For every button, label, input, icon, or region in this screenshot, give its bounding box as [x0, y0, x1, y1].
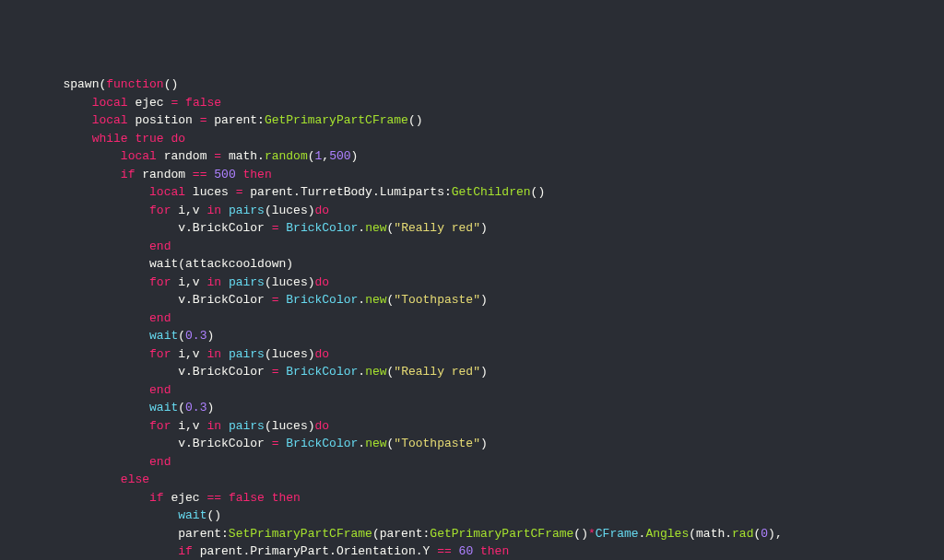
token-var: Orientation [336, 544, 416, 558]
token-method: random [265, 149, 308, 163]
token-punc: ( [265, 204, 272, 217]
token-var: v [178, 365, 185, 379]
token-kw-red: if [178, 544, 193, 558]
code-line[interactable]: if parent.PrimaryPart.Orientation.Y == 6… [0, 542, 944, 560]
code-line[interactable]: spawn(function() [0, 76, 944, 94]
token-kw-red: if [121, 168, 136, 181]
token-kw-red: end [149, 311, 171, 325]
token-method: SetPrimaryPartCFrame [229, 527, 372, 541]
token-bool: true [135, 132, 163, 146]
code-line[interactable]: while true do [0, 130, 944, 148]
code-line[interactable]: end [0, 238, 944, 256]
token-punc: ( [265, 275, 272, 289]
token-kw-red: do [171, 132, 185, 146]
token-punc [221, 204, 229, 217]
token-fn: wait [149, 329, 178, 343]
token-op: = [272, 365, 279, 379]
token-fn: wait [149, 401, 178, 414]
token-kw-red: do [315, 204, 330, 217]
token-kw-red: then [243, 168, 272, 181]
token-kw-red: end [149, 455, 171, 469]
token-var: parent [193, 544, 243, 558]
code-line[interactable]: local luces = parent.TurretBody.Lumipart… [0, 183, 944, 202]
token-punc: () [164, 77, 179, 91]
token-type: BrickColor [286, 293, 358, 307]
token-fn: pairs [229, 275, 265, 289]
token-num: 500 [214, 168, 235, 181]
token-var: luces [272, 347, 308, 361]
code-line[interactable]: wait(0.3) [0, 399, 944, 417]
token-type: CFrame [596, 527, 639, 541]
token-punc: ( [178, 401, 185, 414]
code-line[interactable]: wait() [0, 507, 944, 525]
token-punc: : [444, 185, 452, 199]
token-var: Y [423, 544, 438, 558]
code-editor[interactable]: spawn(function() local ejec = false loca… [0, 76, 944, 560]
token-kw-red: end [149, 239, 171, 253]
token-var: ejec [128, 96, 171, 110]
token-var: v [193, 275, 207, 289]
token-kw-red: for [149, 275, 171, 289]
code-line[interactable]: end [0, 453, 944, 472]
token-punc: ) [480, 293, 488, 307]
token-punc: ( [372, 527, 380, 541]
token-var: luces [185, 185, 236, 199]
token-punc [221, 275, 229, 289]
code-line[interactable]: parent:SetPrimaryPartCFrame(parent:GetPr… [0, 525, 944, 543]
token-punc: ( [265, 419, 272, 433]
code-line[interactable]: wait(0.3) [0, 327, 944, 345]
token-punc: . [185, 221, 193, 235]
token-punc: ) [480, 437, 488, 450]
token-var: v [193, 347, 207, 361]
token-kw-red: function [106, 77, 163, 91]
token-var: v [178, 293, 185, 307]
code-line[interactable]: v.BrickColor = BrickColor.new("Toothpast… [0, 291, 944, 309]
token-op: == [437, 544, 452, 558]
token-punc: () [408, 113, 423, 127]
token-method: new [365, 221, 386, 235]
code-line[interactable]: local random = math.random(1,500) [0, 147, 944, 166]
token-var: v [193, 204, 207, 217]
token-var: random [135, 168, 192, 181]
token-var: BrickColor [193, 293, 272, 307]
token-kw-red: while [92, 132, 128, 146]
code-line[interactable]: for i,v in pairs(luces)do [0, 202, 944, 220]
code-line[interactable]: end [0, 381, 944, 400]
token-var: luces [272, 419, 308, 433]
code-line[interactable]: for i,v in pairs(luces)do [0, 345, 944, 364]
code-line[interactable]: end [0, 309, 944, 328]
token-punc: , [185, 347, 193, 361]
code-line[interactable]: for i,v in pairs(luces)do [0, 274, 944, 292]
code-line[interactable]: v.BrickColor = BrickColor.new("Really re… [0, 219, 944, 238]
code-line[interactable]: else [0, 471, 944, 489]
token-var: i [171, 419, 185, 433]
code-line[interactable]: if random == 500 then [0, 166, 944, 184]
code-line[interactable]: wait(attackcooldown) [0, 255, 944, 274]
token-var: attackcooldown [185, 257, 286, 271]
token-kw-red: then [480, 544, 509, 558]
token-bool: false [185, 96, 221, 110]
token-kw-red: in [206, 419, 221, 433]
token-var: TurretBody [301, 185, 372, 199]
token-num: 0.3 [185, 401, 206, 414]
token-var: parent [206, 113, 257, 127]
token-punc: . [358, 437, 365, 450]
code-line[interactable]: if ejec == false then [0, 489, 944, 508]
code-line[interactable]: local position = parent:GetPrimaryPartCF… [0, 111, 944, 130]
code-line[interactable]: v.BrickColor = BrickColor.new("Toothpast… [0, 435, 944, 453]
token-punc [236, 168, 243, 181]
code-line[interactable]: v.BrickColor = BrickColor.new("Really re… [0, 363, 944, 381]
token-op: = [272, 437, 279, 450]
token-punc: ) [480, 221, 488, 235]
token-punc: . [358, 293, 365, 307]
token-punc: . [185, 293, 193, 307]
token-ident: spawn [63, 77, 99, 91]
code-line[interactable]: local ejec = false [0, 94, 944, 112]
code-line[interactable]: for i,v in pairs(luces)do [0, 417, 944, 436]
token-punc [265, 491, 272, 505]
token-punc [178, 96, 185, 110]
token-punc: () [531, 185, 546, 199]
token-method: GetPrimaryPartCFrame [265, 113, 408, 127]
token-num: 60 [459, 544, 474, 558]
token-fn: pairs [229, 347, 265, 361]
